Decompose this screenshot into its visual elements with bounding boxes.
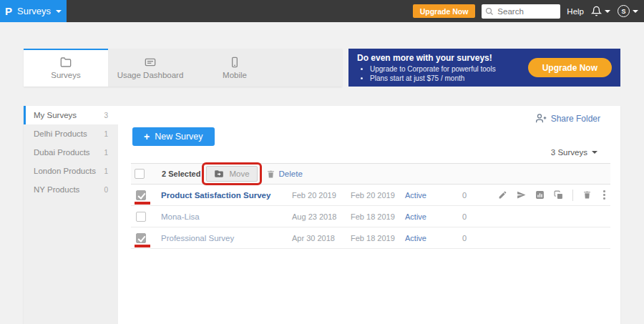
- help-link[interactable]: Help: [567, 7, 584, 16]
- folder-label: Dubai Products: [34, 148, 90, 157]
- table-row: Product Satisfaction Survey Feb 20 2019 …: [131, 185, 610, 206]
- send-button[interactable]: [517, 190, 526, 200]
- account-dropdown[interactable]: S: [618, 5, 638, 17]
- row-checkbox-cell: [131, 206, 156, 227]
- tab-usage-dashboard[interactable]: Usage Dashboard: [108, 49, 192, 87]
- folder-count: 1: [104, 149, 108, 157]
- table-row: Professional Survey Apr 30 2018 Feb 18 2…: [131, 227, 610, 249]
- delete-button[interactable]: Delete: [266, 170, 303, 179]
- table-row: Mona-Lisa Aug 23 2018 Feb 18 2019 Active…: [131, 206, 610, 227]
- upgrade-now-button[interactable]: Upgrade Now: [413, 4, 476, 18]
- folder-count: 0: [104, 186, 108, 194]
- status-link[interactable]: Active: [405, 191, 462, 200]
- sidebar-item-ny-products[interactable]: NY Products 0: [24, 180, 118, 199]
- bulk-action-bar: 2 Selected Move Delete: [131, 163, 610, 185]
- folder-count: 3: [104, 112, 108, 119]
- chevron-down-icon: [605, 10, 610, 13]
- dashboard-icon: [145, 57, 156, 68]
- sidebar-item-my-surveys[interactable]: My Surveys 3: [24, 106, 118, 124]
- more-options-button[interactable]: [601, 189, 608, 201]
- move-button[interactable]: Move: [206, 166, 257, 182]
- responses-count: 0: [462, 191, 498, 200]
- edit-button[interactable]: [498, 190, 507, 200]
- status-link[interactable]: Active: [405, 234, 462, 242]
- app-menu-label: Surveys: [17, 6, 51, 16]
- surveys-panel: My Surveys 3 Delhi Products 1 Dubai Prod…: [24, 106, 620, 324]
- share-folder-label: Share Folder: [551, 114, 600, 124]
- modified-date: Feb 20 2019: [351, 191, 405, 200]
- tab-label: Usage Dashboard: [117, 71, 184, 79]
- tab-label: Mobile: [223, 71, 247, 79]
- row-checkbox[interactable]: [136, 233, 146, 243]
- status-link[interactable]: Active: [405, 212, 462, 221]
- duplicate-button[interactable]: [554, 190, 563, 200]
- chevron-down-icon: [633, 10, 638, 13]
- paper-plane-icon: [517, 190, 526, 200]
- trash-icon: [582, 190, 592, 200]
- modified-date: Feb 18 2019: [351, 234, 405, 242]
- survey-title-link[interactable]: Product Satisfaction Survey: [156, 191, 292, 200]
- survey-title-link[interactable]: Professional Survey: [156, 234, 292, 242]
- tab-label: Surveys: [51, 71, 81, 79]
- surveys-table: 2 Selected Move Delete: [131, 163, 610, 249]
- folder-label: NY Products: [34, 185, 79, 194]
- responses-count: 0: [462, 212, 498, 221]
- sidebar-item-dubai-products[interactable]: Dubai Products 1: [24, 143, 118, 162]
- row-checkbox[interactable]: [136, 190, 146, 200]
- folder-label: My Surveys: [34, 111, 77, 119]
- search-box: [482, 4, 560, 19]
- surveys-content: Share Folder + New Survey 3 Surveys 2 Se…: [118, 106, 620, 324]
- avatar: S: [618, 5, 630, 17]
- banner-bullet: Plans start at just $75 / month: [370, 74, 496, 83]
- sidebar-item-london-products[interactable]: London Products 1: [24, 162, 118, 180]
- share-user-plus-icon: [536, 113, 547, 124]
- row-actions: [498, 189, 613, 201]
- trash-icon: [266, 170, 275, 179]
- move-button-wrap: Move: [206, 166, 257, 182]
- folder-count: 1: [104, 130, 108, 138]
- mobile-icon: [229, 57, 240, 68]
- copy-icon: [554, 190, 563, 200]
- selected-count: 2 Selected: [162, 170, 200, 178]
- banner-bullets: Upgrade to Corporate for powerful tools …: [370, 64, 496, 83]
- move-folder-icon: [214, 169, 224, 179]
- created-date: Aug 23 2018: [292, 212, 351, 221]
- annotation-underline: [135, 202, 150, 205]
- tab-strip: Surveys Usage Dashboard Mobile: [24, 49, 342, 87]
- actions-divider: [572, 190, 573, 201]
- pencil-icon: [498, 190, 507, 200]
- app-switcher-dropdown[interactable]: P Surveys: [0, 0, 67, 22]
- reports-button[interactable]: [535, 190, 545, 200]
- folder-label: London Products: [34, 167, 96, 175]
- row-checkbox[interactable]: [136, 212, 146, 222]
- created-date: Feb 20 2019: [292, 191, 351, 200]
- banner-bullet: Upgrade to Corporate for powerful tools: [370, 64, 496, 74]
- delete-row-button[interactable]: [582, 190, 592, 200]
- sidebar-item-delhi-products[interactable]: Delhi Products 1: [24, 124, 118, 143]
- created-date: Apr 30 2018: [292, 234, 351, 242]
- notifications-dropdown[interactable]: [591, 6, 610, 16]
- survey-title-link[interactable]: Mona-Lisa: [156, 212, 292, 221]
- tab-surveys[interactable]: Surveys: [24, 49, 108, 87]
- surveys-count-dropdown[interactable]: 3 Surveys: [551, 148, 597, 157]
- move-label: Move: [229, 170, 249, 178]
- top-bar: P Surveys Upgrade Now Help S: [0, 0, 644, 22]
- new-survey-button[interactable]: + New Survey: [132, 127, 215, 146]
- row-checkbox-cell: [131, 185, 156, 205]
- search-icon: [485, 7, 494, 16]
- modified-date: Feb 18 2019: [351, 212, 405, 221]
- tab-mobile[interactable]: Mobile: [192, 49, 277, 87]
- bar-chart-icon: [535, 190, 545, 200]
- chevron-down-icon: [56, 10, 62, 13]
- select-all-checkbox[interactable]: [135, 169, 145, 179]
- folder-icon: [60, 57, 72, 68]
- share-folder-link[interactable]: Share Folder: [536, 113, 600, 124]
- surveys-count-label: 3 Surveys: [551, 148, 587, 157]
- folder-label: Delhi Products: [34, 129, 87, 138]
- promo-banner: Do even more with your surveys! Upgrade …: [348, 49, 620, 87]
- plus-icon: +: [144, 131, 150, 142]
- banner-upgrade-button[interactable]: Upgrade Now: [528, 58, 612, 77]
- responses-count: 0: [462, 234, 498, 242]
- chevron-down-icon: [592, 151, 597, 154]
- annotation-underline: [135, 245, 150, 247]
